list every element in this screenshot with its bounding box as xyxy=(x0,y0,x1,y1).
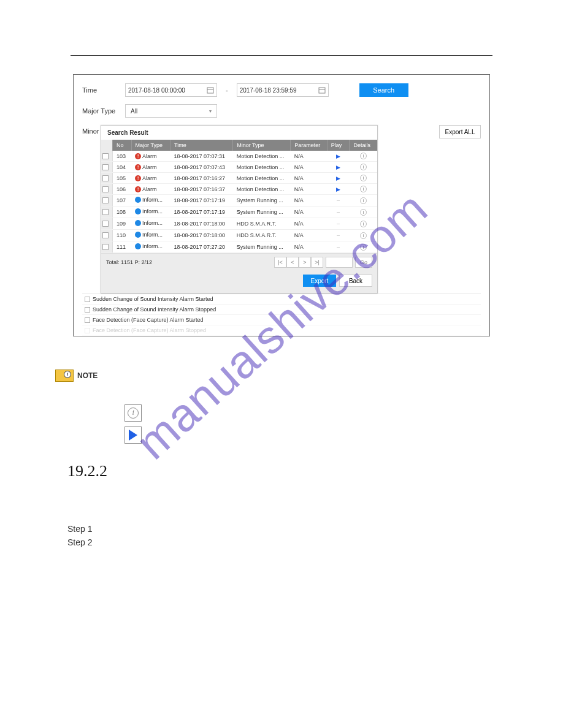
no-play: – xyxy=(337,232,340,238)
step-2: Step 2. xyxy=(67,537,532,547)
table-row[interactable]: 109 Inform...18-08-2017 07:18:00HDD S.M.… xyxy=(101,218,377,230)
table-row[interactable]: 105! Alarm18-08-2017 07:16:27Motion Dete… xyxy=(101,173,377,184)
table-row[interactable]: 111 Inform...18-08-2017 07:27:20System R… xyxy=(101,241,377,253)
option-row[interactable]: Face Detection (Face Capture) Alarm Star… xyxy=(82,315,481,325)
note-icon xyxy=(55,370,74,382)
cell-param: N/A xyxy=(291,195,327,207)
cell-minor: HDD S.M.A.R.T. xyxy=(233,230,291,241)
no-play: – xyxy=(337,221,340,227)
row-checkbox[interactable] xyxy=(102,244,109,250)
play-icon[interactable]: ▶ xyxy=(336,153,340,159)
go-button[interactable]: Go xyxy=(355,257,372,268)
search-button[interactable]: Search xyxy=(359,83,408,97)
bullet-play: . . xyxy=(104,427,492,444)
table-row[interactable]: 103! Alarm18-08-2017 07:07:31Motion Dete… xyxy=(101,151,377,162)
cell-play: – xyxy=(327,207,350,218)
purpose-paragraph: . xyxy=(71,506,492,519)
info-icon xyxy=(135,243,141,249)
bullet-text: . xyxy=(115,409,117,417)
pager: Total: 1151 P: 2/12 |< < > >| Go xyxy=(101,253,377,271)
details-icon[interactable]: i xyxy=(360,186,367,192)
details-icon[interactable]: i xyxy=(360,209,367,216)
cell-major: ! Alarm xyxy=(131,184,170,195)
next-page-button[interactable]: > xyxy=(299,257,311,268)
search-result-title: Search Result xyxy=(101,126,377,140)
details-icon[interactable]: i xyxy=(360,175,367,181)
play-icon[interactable]: ▶ xyxy=(336,175,340,181)
table-row[interactable]: 107 Inform...18-08-2017 07:17:19System R… xyxy=(101,195,377,207)
section-number: 19.2.2. xyxy=(67,462,532,480)
cell-no: 104 xyxy=(112,162,131,173)
checkbox-icon[interactable] xyxy=(85,307,90,313)
table-row[interactable]: 106! Alarm18-08-2017 07:16:37Motion Dete… xyxy=(101,184,377,195)
pager-total: Total: 1151 P: 2/12 xyxy=(106,259,152,265)
row-checkbox[interactable] xyxy=(102,232,109,238)
bullet-info: . i . xyxy=(104,404,492,422)
start-time-input[interactable]: 2017-08-18 00:00:00 xyxy=(125,83,217,97)
row-checkbox[interactable] xyxy=(102,221,109,227)
details-icon[interactable]: i xyxy=(360,153,367,159)
cell-param: N/A xyxy=(291,151,327,162)
checkbox-icon[interactable] xyxy=(85,328,90,333)
details-icon[interactable]: i xyxy=(360,221,367,227)
svg-rect-0 xyxy=(207,88,213,93)
export-all-button[interactable]: Export ALL xyxy=(439,125,481,138)
time-label: Time xyxy=(82,86,119,94)
cell-param: N/A xyxy=(291,207,327,218)
option-row[interactable]: Sudden Change of Sound Intensity Alarm S… xyxy=(82,294,481,305)
note-paragraph: . xyxy=(71,387,492,400)
chevron-down-icon: ▾ xyxy=(209,108,212,114)
info-icon-sample: i xyxy=(124,404,142,422)
details-icon[interactable]: i xyxy=(360,232,367,239)
row-checkbox[interactable] xyxy=(102,186,109,192)
cell-time: 18-08-2017 07:18:00 xyxy=(170,218,232,230)
table-row[interactable]: 110 Inform...18-08-2017 07:18:00HDD S.M.… xyxy=(101,230,377,241)
cell-minor: HDD S.M.A.R.T. xyxy=(233,218,291,230)
table-row[interactable]: 104! Alarm18-08-2017 07:07:43Motion Dete… xyxy=(101,162,377,173)
bullet-text: . xyxy=(115,431,117,439)
cell-details: i xyxy=(350,195,377,207)
cell-no: 108 xyxy=(112,207,131,218)
play-icon[interactable]: ▶ xyxy=(336,186,340,192)
row-checkbox[interactable] xyxy=(102,197,109,203)
time-filter-row: Time 2017-08-18 00:00:00 - 2017-08-18 23… xyxy=(82,83,481,97)
page-input[interactable] xyxy=(326,257,353,268)
cell-details: i xyxy=(350,230,377,241)
row-checkbox[interactable] xyxy=(102,209,109,215)
table-row[interactable]: 108 Inform...18-08-2017 07:17:19System R… xyxy=(101,207,377,218)
prev-page-button[interactable]: < xyxy=(286,257,299,268)
row-checkbox[interactable] xyxy=(102,153,109,159)
first-page-button[interactable]: |< xyxy=(274,257,286,268)
bullet-icon xyxy=(104,411,108,415)
details-icon[interactable]: i xyxy=(360,164,367,170)
col-no: No xyxy=(112,140,131,151)
details-icon[interactable]: i xyxy=(360,244,367,251)
cell-play: – xyxy=(327,195,350,207)
export-button[interactable]: Export xyxy=(303,275,336,287)
cell-minor: System Running ... xyxy=(233,207,291,218)
cell-major: Inform... xyxy=(131,207,170,218)
log-search-figure: Time 2017-08-18 00:00:00 - 2017-08-18 23… xyxy=(73,74,490,336)
no-play: – xyxy=(337,244,340,250)
cell-minor: System Running ... xyxy=(233,195,291,207)
cell-time: 18-08-2017 07:18:00 xyxy=(170,230,232,241)
alarm-icon: ! xyxy=(135,164,141,170)
cell-param: N/A xyxy=(291,241,327,253)
last-page-button[interactable]: >| xyxy=(311,257,323,268)
end-time-value: 2017-08-18 23:59:59 xyxy=(240,87,297,94)
details-icon[interactable]: i xyxy=(360,197,367,204)
major-type-select[interactable]: All ▾ xyxy=(125,104,217,118)
end-time-input[interactable]: 2017-08-18 23:59:59 xyxy=(237,83,329,97)
col-details: Details xyxy=(350,140,377,151)
checkbox-icon[interactable] xyxy=(85,297,90,302)
cell-time: 18-08-2017 07:17:19 xyxy=(170,207,232,218)
cell-param: N/A xyxy=(291,184,327,195)
option-row[interactable]: Sudden Change of Sound Intensity Alarm S… xyxy=(82,305,481,315)
back-button[interactable]: Back xyxy=(339,275,372,287)
option-row[interactable]: Face Detection (Face Capture) Alarm Stop… xyxy=(82,325,481,336)
checkbox-icon[interactable] xyxy=(85,317,90,323)
row-checkbox[interactable] xyxy=(102,164,109,170)
row-checkbox[interactable] xyxy=(102,175,109,181)
info-icon xyxy=(135,197,141,203)
play-icon[interactable]: ▶ xyxy=(336,164,340,170)
